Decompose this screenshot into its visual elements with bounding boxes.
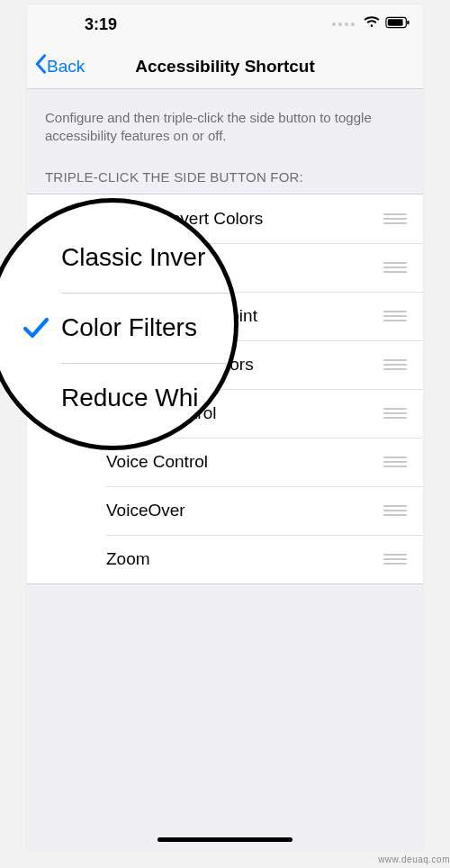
svg-rect-2 xyxy=(407,21,409,25)
wifi-icon xyxy=(364,16,380,32)
svg-rect-1 xyxy=(388,19,403,25)
status-bar: 3:19 xyxy=(27,5,423,44)
nav-bar: Back Accessibility Shortcut xyxy=(27,44,423,89)
list-item-label: VoiceOver xyxy=(106,501,380,520)
magnifier-label: Classic Inver xyxy=(61,243,205,272)
drag-handle-icon[interactable] xyxy=(380,359,407,370)
back-label: Back xyxy=(47,57,85,77)
list-item[interactable]: VoiceOver xyxy=(27,486,423,535)
list-item-label: Voice Control xyxy=(106,452,380,472)
page-title: Accessibility Shortcut xyxy=(27,57,423,77)
drag-handle-icon[interactable] xyxy=(380,408,407,419)
magnifier-row: Classic Inver xyxy=(0,222,234,293)
magnifier-label: Color Filters xyxy=(61,313,197,342)
page-dots xyxy=(332,23,355,26)
drag-handle-icon[interactable] xyxy=(380,311,407,321)
drag-handle-icon[interactable] xyxy=(380,505,407,516)
magnifier-label: Reduce Whi xyxy=(61,384,199,412)
status-time: 3:19 xyxy=(85,15,117,34)
checkmark-icon xyxy=(18,313,54,342)
drag-handle-icon[interactable] xyxy=(380,262,407,273)
chevron-left-icon xyxy=(34,54,47,78)
description-text: Configure and then triple-click the side… xyxy=(27,89,423,155)
back-button[interactable]: Back xyxy=(27,54,85,78)
drag-handle-icon[interactable] xyxy=(380,213,407,224)
drag-handle-icon[interactable] xyxy=(380,457,407,467)
list-item-label: Zoom xyxy=(106,549,380,569)
magnifier-row: Color Filters xyxy=(0,293,234,363)
home-indicator[interactable] xyxy=(158,837,292,842)
list-item[interactable]: Zoom xyxy=(27,535,423,583)
section-header: TRIPLE-CLICK THE SIDE BUTTON FOR: xyxy=(27,155,423,194)
battery-icon xyxy=(385,16,410,32)
status-right xyxy=(332,16,410,32)
drag-handle-icon[interactable] xyxy=(380,554,407,565)
watermark: www.deuaq.com xyxy=(378,854,450,864)
